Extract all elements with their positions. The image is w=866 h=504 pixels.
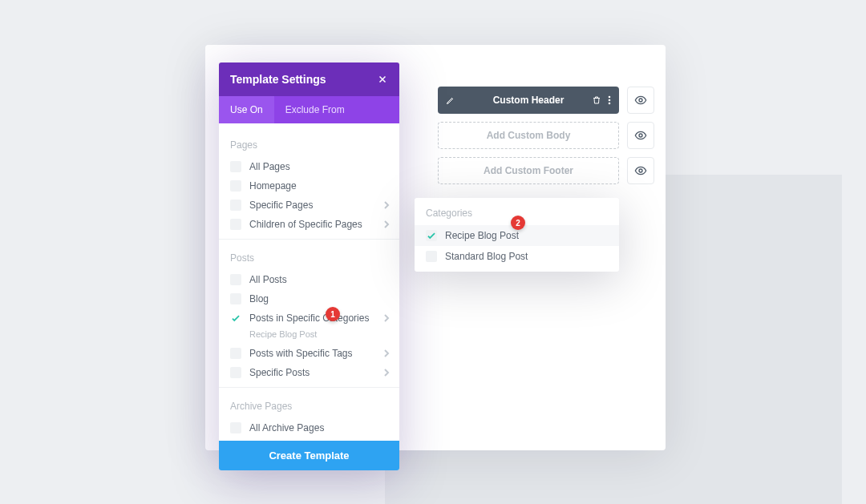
tab-exclude-from[interactable]: Exclude From	[274, 96, 356, 123]
chevron-right-icon	[383, 220, 390, 228]
svg-point-1	[609, 99, 611, 102]
item-all-posts[interactable]: All Posts	[219, 270, 399, 289]
custom-header-label: Custom Header	[493, 95, 565, 106]
chevron-right-icon	[383, 369, 390, 377]
item-posts-specific-categories[interactable]: Posts in Specific Categories	[219, 308, 399, 328]
chevron-right-icon	[383, 314, 390, 322]
panel-header: Template Settings	[219, 62, 399, 96]
section-label-archive: Archive Pages	[219, 393, 399, 418]
close-icon[interactable]	[377, 74, 388, 85]
categories-flyout: Categories Recipe Blog Post Standard Blo…	[415, 198, 619, 272]
panel-title: Template Settings	[230, 73, 326, 86]
item-sub-recipe: Recipe Blog Post	[219, 328, 399, 344]
item-blog[interactable]: Blog	[219, 289, 399, 308]
flyout-item-standard[interactable]: Standard Blog Post	[415, 246, 619, 267]
pencil-icon	[446, 95, 455, 105]
add-footer-label: Add Custom Footer	[484, 165, 573, 176]
tab-use-on[interactable]: Use On	[219, 96, 274, 123]
create-template-button[interactable]: Create Template	[219, 441, 399, 470]
section-label-posts: Posts	[219, 244, 399, 270]
visibility-toggle-footer[interactable]	[627, 157, 654, 184]
trash-icon[interactable]	[592, 95, 601, 105]
item-children-specific-pages[interactable]: Children of Specific Pages	[219, 215, 399, 234]
add-custom-body-slot[interactable]: Add Custom Body	[438, 122, 619, 149]
svg-point-3	[639, 99, 642, 102]
add-custom-footer-slot[interactable]: Add Custom Footer	[438, 157, 619, 184]
svg-point-5	[639, 169, 642, 172]
item-posts-specific-tags[interactable]: Posts with Specific Tags	[219, 344, 399, 363]
visibility-toggle-header[interactable]	[627, 87, 654, 114]
check-icon	[426, 230, 437, 241]
template-slots-column: Custom Header Add Custom Body	[438, 87, 654, 192]
eye-icon	[634, 164, 647, 177]
item-specific-posts[interactable]: Specific Posts	[219, 363, 399, 382]
chevron-right-icon	[383, 349, 390, 357]
item-all-archive-pages[interactable]: All Archive Pages	[219, 418, 399, 437]
eye-icon	[634, 94, 647, 107]
panel-tabs: Use On Exclude From	[219, 96, 399, 123]
callout-badge-1: 1	[326, 307, 340, 321]
custom-header-slot[interactable]: Custom Header	[438, 87, 619, 114]
chevron-right-icon	[383, 201, 390, 209]
svg-point-0	[609, 96, 611, 99]
template-settings-panel: Template Settings Use On Exclude From Pa…	[219, 62, 399, 470]
divider	[219, 239, 399, 240]
eye-icon	[634, 129, 647, 142]
check-icon	[230, 312, 241, 324]
add-body-label: Add Custom Body	[487, 130, 571, 141]
section-label-pages: Pages	[219, 131, 399, 157]
svg-point-4	[639, 134, 642, 137]
visibility-toggle-body[interactable]	[627, 122, 654, 149]
item-specific-pages[interactable]: Specific Pages	[219, 196, 399, 215]
item-all-pages[interactable]: All Pages	[219, 157, 399, 176]
svg-point-2	[609, 103, 611, 105]
callout-badge-2: 2	[511, 216, 525, 230]
more-vert-icon[interactable]	[608, 95, 611, 105]
item-homepage[interactable]: Homepage	[219, 176, 399, 196]
divider	[219, 387, 399, 388]
